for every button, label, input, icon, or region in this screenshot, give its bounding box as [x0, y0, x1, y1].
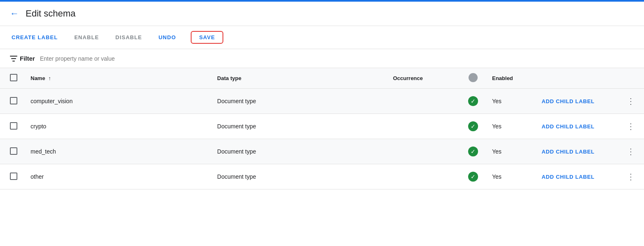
green-check-icon: ✓	[468, 121, 478, 131]
row-checkbox-cell	[0, 89, 24, 114]
col-header-menu	[618, 68, 644, 89]
col-name-label: Name	[31, 75, 45, 81]
row-menu-cell: ⋮	[618, 139, 644, 164]
disable-button[interactable]: DISABLE	[114, 32, 144, 43]
enable-button[interactable]: ENABLE	[73, 32, 101, 43]
row-datatype: Document type	[211, 164, 386, 189]
row-datatype: Document type	[211, 114, 386, 139]
back-arrow-icon: ←	[10, 8, 19, 19]
row-datatype: Document type	[211, 139, 386, 164]
svg-rect-1	[11, 58, 16, 59]
undo-button[interactable]: UNDO	[157, 32, 178, 43]
toolbar: CREATE LABEL ENABLE DISABLE UNDO SAVE	[0, 26, 644, 49]
row-status: ✓	[461, 139, 485, 164]
row-add-child-label[interactable]: ADD CHILD LABEL	[535, 139, 618, 164]
col-header-enabled: Enabled	[485, 68, 535, 89]
table-header-row: Name ↑ Data type Occurrence Enabled	[0, 68, 644, 89]
green-check-icon: ✓	[468, 96, 478, 106]
save-button[interactable]: SAVE	[191, 31, 223, 44]
three-dot-menu-button[interactable]: ⋮	[624, 95, 637, 108]
schema-table: Name ↑ Data type Occurrence Enabled comp…	[0, 68, 644, 189]
col-header-datatype: Data type	[211, 68, 386, 89]
back-button[interactable]: ←	[10, 8, 19, 19]
row-name: other	[24, 164, 211, 189]
svg-rect-0	[10, 56, 17, 57]
status-dot-header	[469, 73, 478, 82]
col-header-name: Name ↑	[24, 68, 211, 89]
table-row: crypto Document type ✓ Yes ADD CHILD LAB…	[0, 114, 644, 139]
row-status: ✓	[461, 89, 485, 114]
create-label-button[interactable]: CREATE LABEL	[10, 32, 59, 43]
row-enabled: Yes	[485, 89, 535, 114]
row-checkbox-cell	[0, 139, 24, 164]
row-status: ✓	[461, 114, 485, 139]
table-row: med_tech Document type ✓ Yes ADD CHILD L…	[0, 139, 644, 164]
green-check-icon: ✓	[468, 172, 478, 182]
row-checkbox-cell	[0, 164, 24, 189]
row-checkbox[interactable]	[10, 173, 17, 180]
filter-input[interactable]	[40, 55, 634, 62]
svg-rect-2	[12, 61, 15, 62]
row-status: ✓	[461, 164, 485, 189]
table-row: other Document type ✓ Yes ADD CHILD LABE…	[0, 164, 644, 189]
row-menu-cell: ⋮	[618, 114, 644, 139]
row-checkbox[interactable]	[10, 122, 17, 130]
row-add-child-label[interactable]: ADD CHILD LABEL	[535, 89, 618, 114]
col-header-occurrence: Occurrence	[386, 68, 461, 89]
filter-label: Filter	[20, 55, 35, 62]
sort-arrow-icon[interactable]: ↑	[48, 75, 51, 81]
row-name: computer_vision	[24, 89, 211, 114]
col-header-checkbox	[0, 68, 24, 89]
filter-row: Filter	[0, 49, 644, 68]
row-name: med_tech	[24, 139, 211, 164]
filter-icon: Filter	[10, 55, 35, 62]
row-menu-cell: ⋮	[618, 89, 644, 114]
three-dot-menu-button[interactable]: ⋮	[624, 120, 637, 133]
row-add-child-label[interactable]: ADD CHILD LABEL	[535, 114, 618, 139]
row-menu-cell: ⋮	[618, 164, 644, 189]
row-checkbox[interactable]	[10, 147, 17, 155]
green-check-icon: ✓	[468, 147, 478, 156]
header: ← Edit schema	[0, 2, 644, 26]
row-occurrence	[386, 89, 461, 114]
header-checkbox[interactable]	[10, 74, 17, 81]
row-enabled: Yes	[485, 164, 535, 189]
filter-lines-icon	[10, 56, 17, 62]
row-occurrence	[386, 164, 461, 189]
page-title: Edit schema	[26, 8, 76, 19]
col-header-status	[461, 68, 485, 89]
table-wrap: Name ↑ Data type Occurrence Enabled comp…	[0, 68, 644, 189]
row-name: crypto	[24, 114, 211, 139]
row-datatype: Document type	[211, 89, 386, 114]
row-occurrence	[386, 114, 461, 139]
row-enabled: Yes	[485, 114, 535, 139]
col-header-action	[535, 68, 618, 89]
row-checkbox-cell	[0, 114, 24, 139]
three-dot-menu-button[interactable]: ⋮	[624, 170, 637, 183]
row-enabled: Yes	[485, 139, 535, 164]
row-add-child-label[interactable]: ADD CHILD LABEL	[535, 164, 618, 189]
table-row: computer_vision Document type ✓ Yes ADD …	[0, 89, 644, 114]
row-checkbox[interactable]	[10, 97, 17, 104]
three-dot-menu-button[interactable]: ⋮	[624, 145, 637, 158]
row-occurrence	[386, 139, 461, 164]
